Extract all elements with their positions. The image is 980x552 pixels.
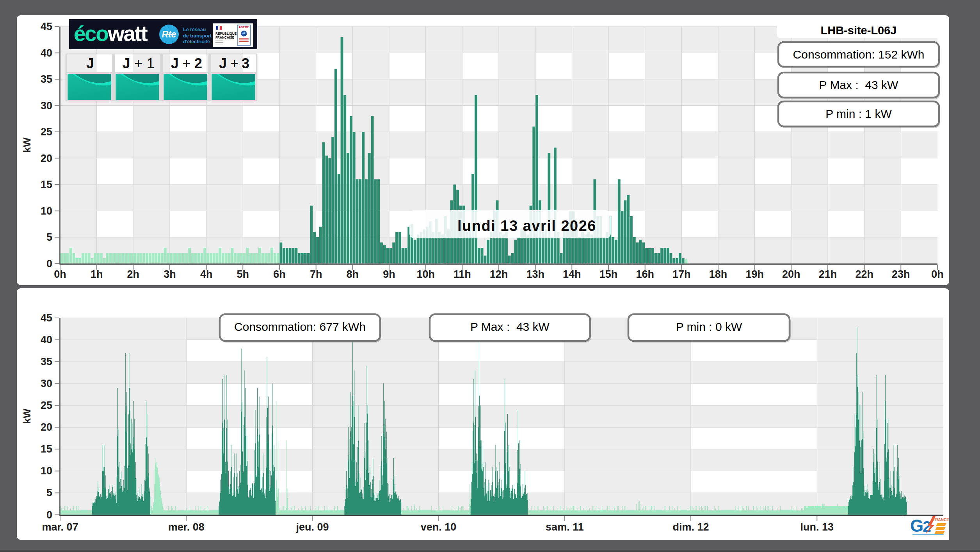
svg-text:40: 40 — [41, 334, 52, 346]
svg-text:J: J — [86, 55, 94, 71]
svg-text:ADEME: ADEME — [238, 25, 249, 29]
svg-text:RÉPUBLIQUE: RÉPUBLIQUE — [215, 32, 237, 35]
svg-text:dim. 12: dim. 12 — [673, 521, 709, 533]
svg-text:20: 20 — [41, 153, 52, 164]
svg-text:d'électricité: d'électricité — [183, 39, 210, 44]
svg-text:J: J — [123, 55, 130, 71]
svg-text:+: + — [230, 55, 238, 71]
svg-text:23h: 23h — [892, 268, 910, 280]
svg-text:J: J — [171, 55, 179, 71]
svg-text:20: 20 — [41, 421, 52, 433]
svg-text:+: + — [182, 55, 190, 71]
svg-text:21h: 21h — [819, 268, 837, 280]
svg-text:P min : 1 kW: P min : 1 kW — [825, 107, 892, 120]
svg-text:FRANÇAISE: FRANÇAISE — [215, 35, 235, 39]
svg-text:0h: 0h — [931, 268, 944, 280]
svg-text:Le réseau: Le réseau — [183, 27, 206, 32]
svg-text:30: 30 — [41, 378, 52, 389]
svg-text:14h: 14h — [563, 268, 581, 280]
svg-text:FRANCE: FRANCE — [933, 518, 949, 522]
svg-text:15: 15 — [41, 443, 52, 455]
svg-text:22h: 22h — [855, 268, 873, 280]
svg-text:LHB-site-L06J: LHB-site-L06J — [821, 24, 897, 37]
svg-text:2: 2 — [194, 55, 202, 71]
svg-text:45: 45 — [41, 312, 52, 324]
svg-text:jeu. 09: jeu. 09 — [295, 521, 329, 533]
svg-text:6h: 6h — [273, 268, 286, 280]
svg-text:écowatt: écowatt — [74, 21, 148, 46]
svg-text:3: 3 — [242, 55, 249, 71]
svg-text:P min : 0 kW: P min : 0 kW — [676, 320, 742, 333]
svg-text:20h: 20h — [782, 268, 800, 280]
svg-text:1: 1 — [147, 55, 155, 71]
svg-text:kW: kW — [21, 137, 33, 153]
svg-text:1h: 1h — [91, 268, 103, 280]
svg-text:Consommation: 677 kWh: Consommation: 677 kWh — [234, 320, 366, 333]
svg-text:16h: 16h — [636, 268, 654, 280]
svg-text:12h: 12h — [490, 268, 508, 280]
svg-text:17h: 17h — [672, 268, 691, 280]
svg-text:0: 0 — [46, 509, 52, 521]
svg-text:25: 25 — [41, 399, 52, 411]
svg-text:lundi 13 avril 2026: lundi 13 avril 2026 — [457, 218, 596, 234]
svg-text:ven. 10: ven. 10 — [421, 521, 457, 533]
svg-text:45: 45 — [41, 21, 52, 32]
svg-text:mar. 07: mar. 07 — [42, 521, 78, 533]
svg-text:15h: 15h — [599, 268, 618, 280]
svg-text:de transport: de transport — [183, 33, 212, 39]
svg-text:35: 35 — [41, 356, 52, 367]
svg-text:30: 30 — [41, 100, 52, 112]
svg-text:19h: 19h — [745, 268, 764, 280]
svg-text:sam. 11: sam. 11 — [546, 521, 584, 533]
svg-text:P Max : 43 kW: P Max : 43 kW — [470, 320, 550, 333]
svg-text:G2: G2 — [910, 516, 931, 535]
svg-text:8h: 8h — [347, 268, 359, 280]
svg-text:4h: 4h — [200, 268, 213, 280]
svg-text:5: 5 — [46, 231, 52, 243]
svg-text:0h: 0h — [54, 268, 66, 280]
svg-text:9h: 9h — [383, 268, 395, 280]
svg-text:+: + — [134, 55, 142, 71]
svg-text:18h: 18h — [709, 268, 727, 280]
svg-text:mer. 08: mer. 08 — [168, 521, 205, 533]
svg-text:lun. 13: lun. 13 — [800, 521, 834, 533]
svg-text:10: 10 — [41, 465, 52, 477]
svg-text:Consommation: 152 kWh: Consommation: 152 kWh — [793, 48, 925, 61]
svg-text:J: J — [219, 55, 227, 71]
svg-text:35: 35 — [41, 73, 52, 85]
svg-text:10h: 10h — [416, 268, 435, 280]
svg-text:13h: 13h — [526, 268, 544, 280]
svg-text:0: 0 — [46, 258, 52, 270]
svg-text:10: 10 — [41, 205, 52, 217]
svg-text:kW: kW — [21, 408, 33, 424]
svg-text:15: 15 — [41, 179, 52, 190]
svg-text:P Max : 43 kW: P Max : 43 kW — [819, 78, 899, 91]
svg-text:11h: 11h — [454, 268, 471, 280]
svg-text:3h: 3h — [164, 268, 176, 280]
svg-text:7h: 7h — [310, 268, 322, 280]
svg-text:5: 5 — [46, 487, 52, 499]
svg-text:5h: 5h — [237, 268, 249, 280]
svg-text:40: 40 — [41, 47, 52, 59]
svg-text:25: 25 — [41, 126, 52, 138]
svg-text:2h: 2h — [127, 268, 140, 280]
